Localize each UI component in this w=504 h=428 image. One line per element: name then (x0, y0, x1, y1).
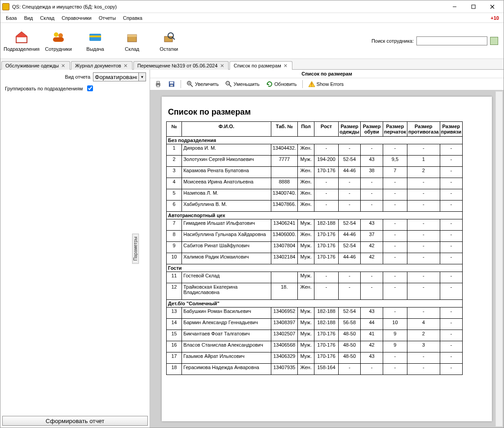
table-cell: 170-176 (314, 352, 338, 364)
zoom-in-button[interactable]: Увеличить (185, 80, 221, 89)
table-cell: - (407, 201, 440, 212)
table-cell: 7 (383, 167, 407, 178)
employee-search-button[interactable] (490, 37, 498, 45)
table-cell: Гимадиев Ильшат Ильфатович (182, 219, 271, 231)
tab[interactable]: Список по размерам✕ (230, 61, 292, 70)
table-cell: 52-54 (338, 308, 361, 319)
table-cell: - (338, 364, 361, 375)
close-button[interactable] (483, 1, 502, 12)
table-row: 6Хабибуллина В. М.13407866.Жен.------ (167, 201, 463, 212)
refresh-label: Обновить (274, 81, 297, 87)
table-cell: 170-176 (314, 330, 338, 341)
magnifier-box-icon (162, 30, 176, 45)
table-cell: - (407, 189, 440, 201)
table-cell: - (383, 201, 407, 212)
table-cell: Золотухин Сергей Николаевич (182, 156, 271, 167)
table-cell: 4 (167, 178, 182, 189)
minimize-button[interactable] (445, 1, 464, 12)
table-cell: - (440, 330, 462, 341)
zoom-out-button[interactable]: Уменьшить (223, 80, 261, 89)
zoom-in-icon (186, 80, 194, 88)
table-cell: Сабитов Ринат Шайфулович (182, 242, 271, 253)
table-cell: 38 (361, 167, 383, 178)
table-cell: - (383, 189, 407, 201)
issue-button[interactable]: Выдача (77, 28, 114, 54)
table-row: 5Назипова Л. М.13400740.Жен.------ (167, 189, 463, 201)
svg-rect-21 (170, 85, 173, 86)
table-cell: - (440, 308, 462, 319)
table-row: 16Власов Станислав Александрович13406568… (167, 341, 463, 352)
table-cell: - (407, 219, 440, 231)
departments-button[interactable]: Подразделения (3, 28, 40, 54)
table-cell: 13408397 (271, 319, 297, 330)
remains-button[interactable]: Остатки (150, 28, 187, 54)
table-cell: Муж. (297, 272, 314, 283)
svg-rect-20 (170, 82, 173, 84)
tab[interactable]: Журнал документов✕ (71, 61, 133, 70)
report-type-combo[interactable]: ▼ (93, 72, 146, 81)
close-icon[interactable]: ✕ (219, 63, 225, 68)
employee-search-input[interactable] (416, 36, 487, 45)
maximize-button[interactable] (464, 1, 483, 12)
group-header: Без подразделения (167, 137, 463, 144)
table-cell: - (440, 167, 462, 178)
table-cell: 17 (167, 352, 182, 364)
group-by-dept-checkbox[interactable] (87, 85, 93, 91)
tab[interactable]: Обслуживание одежды✕ (1, 61, 70, 70)
column-header: Рост (314, 122, 338, 137)
table-cell: Муж. (297, 352, 314, 364)
floppy-icon (168, 80, 175, 88)
menu-help[interactable]: Справка (119, 14, 146, 22)
table-cell: - (440, 242, 462, 253)
tab-label: Обслуживание одежды (5, 63, 59, 68)
table-cell: - (383, 219, 407, 231)
table-cell: 2 (407, 330, 440, 341)
table-row: 11Гостевой СкладМуж.------ (167, 272, 463, 283)
table-cell: 182-188 (314, 219, 338, 231)
refresh-button[interactable]: Обновить (264, 80, 299, 89)
save-button[interactable] (166, 80, 177, 89)
svg-rect-8 (53, 37, 64, 42)
employee-search-label: Поиск сотрудника: (371, 38, 414, 44)
menu-view[interactable]: Вид (20, 14, 36, 22)
close-icon[interactable]: ✕ (283, 63, 288, 68)
table-cell: Диярова И. М. (182, 144, 271, 156)
report-type-label: Вид отчета (65, 74, 90, 80)
menu-reports[interactable]: Отчеты (95, 14, 119, 22)
tab[interactable]: Перемещение №319 от 05.06.2024✕ (133, 61, 229, 70)
print-button[interactable] (153, 80, 164, 89)
menu-base[interactable]: База (2, 14, 20, 22)
chevron-down-icon[interactable]: ▼ (138, 73, 146, 81)
group-header: Гости (167, 264, 463, 272)
menu-dicts[interactable]: Справочники (58, 14, 95, 22)
table-cell: - (383, 242, 407, 253)
table-cell: 43 (361, 352, 383, 364)
svg-point-6 (54, 32, 58, 37)
params-collapse-handle[interactable]: Параметры (132, 233, 139, 263)
report-type-value[interactable] (93, 73, 138, 81)
table-row: 17Газымов Айрат Ильясович13406329Муж.170… (167, 352, 463, 364)
table-cell: 13407935 (271, 364, 297, 375)
close-icon[interactable]: ✕ (123, 63, 128, 68)
table-cell: 158-164 (314, 364, 338, 375)
stock-button[interactable]: Склад (114, 28, 150, 54)
show-errors-button[interactable]: ! Show Errors (306, 80, 346, 89)
close-icon[interactable]: ✕ (61, 63, 66, 68)
window-title: QS: Спецодежда и имущество (БД: kos_copy… (12, 4, 445, 9)
table-cell: 7777 (271, 156, 297, 167)
table-cell: 13406952 (271, 308, 297, 319)
report-viewport[interactable]: Список по размерам №Ф.И.О.Таб. №ПолРостР… (150, 90, 504, 428)
card-icon (88, 30, 102, 45)
report-table: №Ф.И.О.Таб. №ПолРостРазмер одеждыРазмер … (166, 121, 463, 375)
table-row: 7Гимадиев Ильшат Ильфатович13406241Муж.1… (167, 219, 463, 231)
employees-button[interactable]: Сотрудники (40, 28, 77, 54)
svg-rect-18 (157, 85, 159, 87)
toolbar-separator (302, 80, 303, 88)
report-params-panel: Вид отчета ▼ Группировать по подразделен… (0, 70, 150, 428)
table-cell: Гостевой Склад (182, 272, 271, 283)
vertical-scrollbar[interactable] (495, 91, 503, 427)
table-cell: Жен. (297, 167, 314, 178)
menu-stock[interactable]: Склад (36, 14, 58, 22)
zoom-out-label: Уменьшить (234, 81, 260, 87)
run-report-button[interactable]: Сформировать отчет (2, 416, 148, 426)
